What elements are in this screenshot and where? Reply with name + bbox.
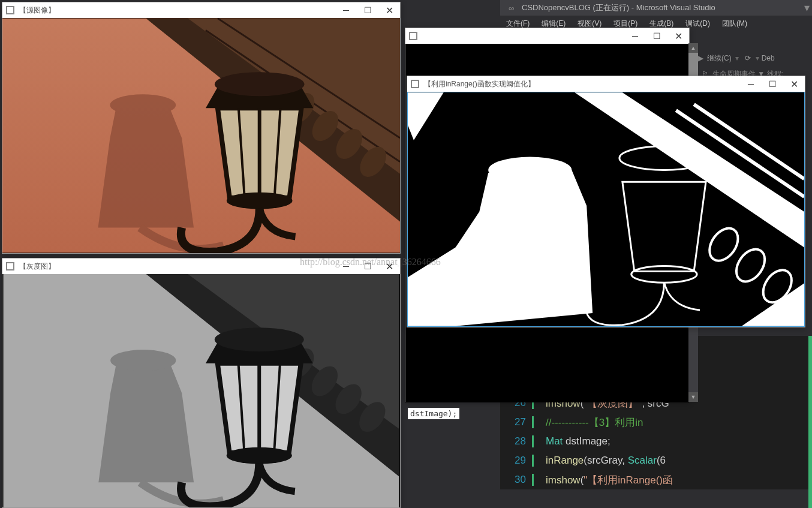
vs-debug-toolbar: ▶ 继续(C) ▾ ⟳ ▾ Deb xyxy=(698,49,812,67)
code-change-marker xyxy=(808,336,812,508)
source-window-title: 【源图像】 xyxy=(19,5,55,16)
source-window-titlebar[interactable]: 【源图像】 ─ ☐ ✕ xyxy=(2,2,400,18)
source-image-window: 【源图像】 ─ ☐ ✕ xyxy=(2,2,401,254)
gray-image-content xyxy=(2,274,400,507)
grayscale-window: 【灰度图】 ─ ☐ ✕ xyxy=(2,258,401,508)
svg-point-13 xyxy=(215,72,305,96)
threshold-window-titlebar[interactable]: 【利用inRange()函数实现阈值化】 ─ ☐ ✕ xyxy=(407,76,805,92)
scrollbar-down-icon[interactable]: ▼ xyxy=(688,392,698,402)
window-icon xyxy=(6,262,14,270)
vs-titlebar: ∞ CSDNopencvBLOG (正在运行) - Microsoft Visu… xyxy=(500,0,812,16)
menu-file[interactable]: 文件(F) xyxy=(500,19,536,29)
gray-window-title: 【灰度图】 xyxy=(19,261,55,272)
maximize-button[interactable]: ☐ xyxy=(762,76,783,92)
svg-point-11 xyxy=(110,94,176,116)
code-line[interactable]: 29inRange(srcGray, Scalar(6 xyxy=(500,451,812,470)
close-button[interactable]: ✕ xyxy=(378,2,400,18)
svg-point-44 xyxy=(488,157,572,184)
code-line[interactable]: 30imshow("【利用inRange()函 xyxy=(500,470,812,489)
vs-dropdown-icon[interactable]: ▾ xyxy=(804,1,812,14)
close-button[interactable]: ✕ xyxy=(667,28,689,44)
code-line[interactable]: 28Mat dstImage; xyxy=(500,432,812,451)
code-text: //-----------【3】利用in xyxy=(534,416,643,429)
svg-point-28 xyxy=(110,350,176,371)
menu-edit[interactable]: 编辑(E) xyxy=(536,19,572,29)
svg-point-18 xyxy=(227,193,293,209)
vs-title-text: CSDNopencvBLOG (正在运行) - Microsoft Visual… xyxy=(522,2,715,13)
close-button[interactable]: ✕ xyxy=(783,76,805,92)
threshold-window: 【利用inRange()函数实现阈值化】 ─ ☐ ✕ xyxy=(407,76,805,327)
continue-button[interactable]: 继续(C) xyxy=(707,53,732,64)
menu-team[interactable]: 团队(M) xyxy=(716,19,753,29)
code-line[interactable]: 27//-----------【3】利用in xyxy=(500,413,812,432)
scrollbar-up-icon[interactable]: ▲ xyxy=(688,43,698,53)
minimize-button[interactable]: ─ xyxy=(740,76,762,92)
watermark-text: http://blog.csdn.net/annat_36264666 xyxy=(300,257,441,267)
maximize-button[interactable]: ☐ xyxy=(357,2,378,18)
code-text: inRange(srcGray, Scalar(6 xyxy=(534,455,666,467)
window-icon xyxy=(409,32,417,40)
line-number: 29 xyxy=(500,455,534,467)
play-icon[interactable]: ▶ xyxy=(698,54,703,62)
blank-window-titlebar[interactable]: ─ ☐ ✕ xyxy=(405,28,689,44)
window-icon xyxy=(6,6,14,14)
deb-label: Deb xyxy=(762,54,775,62)
source-image-content xyxy=(2,18,400,253)
console-text-fragment: dstImage); xyxy=(408,408,459,419)
line-number: 27 xyxy=(500,416,534,428)
line-number: 28 xyxy=(500,435,534,447)
code-text: Mat dstImage; xyxy=(534,435,610,447)
menu-project[interactable]: 项目(P) xyxy=(608,19,643,29)
threshold-image-content xyxy=(407,92,805,327)
refresh-icon[interactable]: ⟳ xyxy=(745,54,751,62)
minimize-button[interactable]: ─ xyxy=(335,2,357,18)
vs-logo-icon: ∞ xyxy=(506,2,517,13)
menu-view[interactable]: 视图(V) xyxy=(572,19,608,29)
menu-debug[interactable]: 调试(D) xyxy=(679,19,716,29)
menu-build[interactable]: 生成(B) xyxy=(643,19,679,29)
window-icon xyxy=(411,80,419,88)
code-text: imshow("【利用inRange()函 xyxy=(534,473,673,487)
svg-point-35 xyxy=(227,447,292,464)
svg-point-30 xyxy=(215,327,304,351)
threshold-window-title: 【利用inRange()函数实现阈值化】 xyxy=(424,79,535,89)
maximize-button[interactable]: ☐ xyxy=(646,28,667,44)
minimize-button[interactable]: ─ xyxy=(624,28,646,44)
line-number: 30 xyxy=(500,474,534,486)
